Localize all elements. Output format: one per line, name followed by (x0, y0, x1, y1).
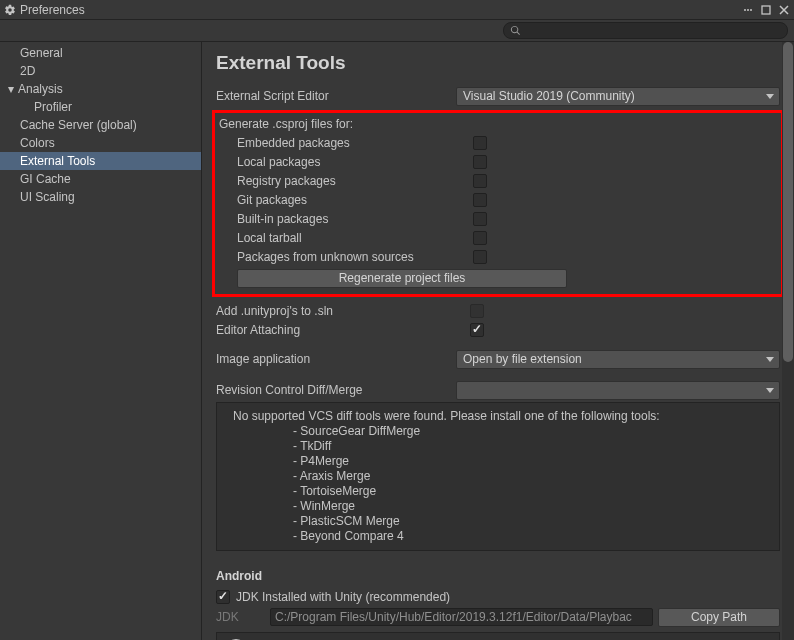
vcs-tool: SourceGear DiffMerge (293, 424, 769, 439)
sidebar: General2D▾AnalysisProfilerCache Server (… (0, 42, 202, 640)
revision-control-dropdown[interactable] (456, 381, 780, 400)
scrollbar-thumb[interactable] (783, 42, 793, 362)
csproj-row: Packages from unknown sources (219, 247, 777, 266)
sidebar-item-general[interactable]: General (0, 44, 201, 62)
csproj-checkbox[interactable] (473, 250, 487, 264)
script-editor-label: External Script Editor (216, 89, 456, 103)
sidebar-item-colors[interactable]: Colors (0, 134, 201, 152)
sidebar-item-external-tools[interactable]: External Tools (0, 152, 201, 170)
sidebar-item-gi-cache[interactable]: GI Cache (0, 170, 201, 188)
image-app-label: Image application (216, 352, 456, 366)
sidebar-item-analysis[interactable]: ▾Analysis (0, 80, 201, 98)
svg-point-1 (747, 9, 749, 11)
vcs-message: No supported VCS diff tools were found. … (233, 409, 769, 424)
android-header: Android (216, 569, 780, 583)
jdk-installed-row: JDK Installed with Unity (recommended) (216, 587, 780, 607)
sidebar-item-label: Profiler (34, 100, 72, 114)
revision-control-row: Revision Control Diff/Merge (216, 380, 780, 400)
csproj-checkbox[interactable] (473, 155, 487, 169)
csproj-row: Local tarball (219, 228, 777, 247)
editor-attaching-label: Editor Attaching (216, 323, 470, 337)
csproj-label: Git packages (219, 193, 473, 207)
script-editor-dropdown[interactable]: Visual Studio 2019 (Community) (456, 87, 780, 106)
scrollbar[interactable] (782, 42, 794, 640)
sidebar-item-cache-server-global-[interactable]: Cache Server (global) (0, 116, 201, 134)
window-title: Preferences (20, 3, 85, 17)
csproj-checkbox[interactable] (473, 212, 487, 226)
copy-path-button[interactable]: Copy Path (658, 608, 780, 627)
csproj-label: Local tarball (219, 231, 473, 245)
csproj-row: Registry packages (219, 171, 777, 190)
csproj-label: Local packages (219, 155, 473, 169)
add-unityproj-checkbox (470, 304, 484, 318)
vcs-tool: Beyond Compare 4 (293, 529, 769, 544)
svg-point-0 (744, 9, 746, 11)
vcs-tool: P4Merge (293, 454, 769, 469)
search-input-wrapper[interactable] (503, 22, 788, 39)
csproj-checkbox[interactable] (473, 174, 487, 188)
jdk-installed-label: JDK Installed with Unity (recommended) (236, 590, 450, 604)
sidebar-item-label: External Tools (20, 154, 95, 168)
menu-icon[interactable] (742, 4, 754, 16)
vcs-tool: WinMerge (293, 499, 769, 514)
csproj-label: Embedded packages (219, 136, 473, 150)
editor-attaching-row: Editor Attaching (216, 320, 780, 339)
image-app-row: Image application Open by file extension (216, 349, 780, 369)
svg-point-2 (750, 9, 752, 11)
csproj-label: Built-in packages (219, 212, 473, 226)
sidebar-item-label: General (20, 46, 63, 60)
csproj-row: Git packages (219, 190, 777, 209)
close-icon[interactable] (778, 4, 790, 16)
gear-icon (4, 4, 16, 16)
jdk-info-box: i JDK installed with Unity is based on O… (216, 632, 780, 640)
sidebar-item-label: UI Scaling (20, 190, 75, 204)
sidebar-item-label: 2D (20, 64, 35, 78)
sidebar-item-profiler[interactable]: Profiler (0, 98, 201, 116)
csproj-row: Embedded packages (219, 133, 777, 152)
search-bar (0, 20, 794, 42)
csproj-checkbox[interactable] (473, 193, 487, 207)
content-area: External Tools External Script Editor Vi… (202, 42, 794, 640)
csproj-row: Local packages (219, 152, 777, 171)
jdk-path-field[interactable]: C:/Program Files/Unity/Hub/Editor/2019.3… (270, 608, 653, 626)
search-input[interactable] (525, 25, 781, 37)
editor-attaching-checkbox[interactable] (470, 323, 484, 337)
jdk-label: JDK (216, 610, 270, 624)
vcs-tool: PlasticSCM Merge (293, 514, 769, 529)
vcs-tool: TortoiseMerge (293, 484, 769, 499)
page-title: External Tools (216, 52, 780, 74)
csproj-label: Packages from unknown sources (219, 250, 473, 264)
csproj-checkbox[interactable] (473, 136, 487, 150)
jdk-path-row: JDK C:/Program Files/Unity/Hub/Editor/20… (216, 607, 780, 627)
sidebar-item-ui-scaling[interactable]: UI Scaling (0, 188, 201, 206)
window-titlebar: Preferences (0, 0, 794, 20)
add-unityproj-label: Add .unityproj's to .sln (216, 304, 470, 318)
regenerate-button[interactable]: Regenerate project files (237, 269, 567, 288)
vcs-info-box: No supported VCS diff tools were found. … (216, 402, 780, 551)
csproj-highlight-box: Generate .csproj files for: Embedded pac… (212, 110, 784, 297)
revision-control-label: Revision Control Diff/Merge (216, 383, 456, 397)
jdk-installed-checkbox[interactable] (216, 590, 230, 604)
vcs-tool: Araxis Merge (293, 469, 769, 484)
script-editor-row: External Script Editor Visual Studio 201… (216, 86, 780, 106)
sidebar-item-label: Analysis (18, 82, 63, 96)
image-app-dropdown[interactable]: Open by file extension (456, 350, 780, 369)
chevron-down-icon: ▾ (6, 80, 16, 98)
sidebar-item-2d[interactable]: 2D (0, 62, 201, 80)
csproj-checkbox[interactable] (473, 231, 487, 245)
add-unityproj-row: Add .unityproj's to .sln (216, 301, 780, 320)
sidebar-item-label: GI Cache (20, 172, 71, 186)
sidebar-item-label: Cache Server (global) (20, 118, 137, 132)
csproj-row: Built-in packages (219, 209, 777, 228)
search-icon (510, 25, 521, 36)
vcs-tool: TkDiff (293, 439, 769, 454)
maximize-icon[interactable] (760, 4, 772, 16)
svg-rect-3 (762, 6, 770, 14)
csproj-label: Registry packages (219, 174, 473, 188)
sidebar-item-label: Colors (20, 136, 55, 150)
csproj-header: Generate .csproj files for: (219, 117, 777, 131)
